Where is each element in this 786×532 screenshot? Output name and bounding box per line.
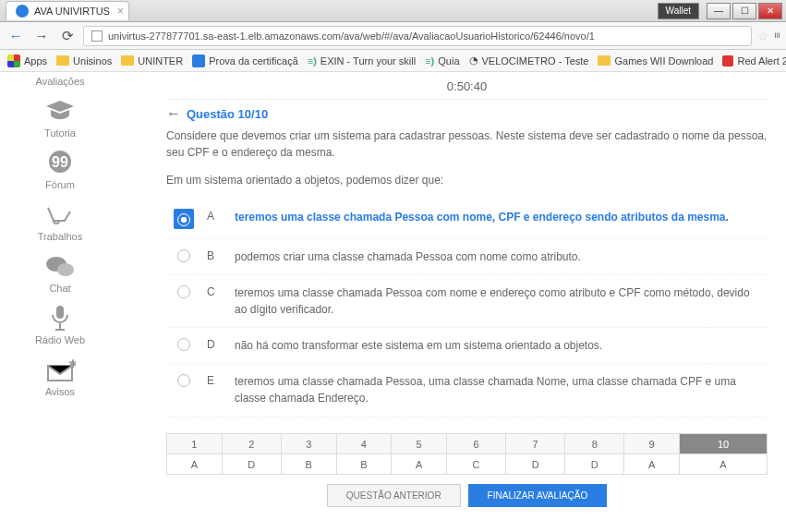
qnav-ans-2: D <box>222 454 281 475</box>
chrome-menu-icon[interactable]: ≡ <box>775 32 780 38</box>
bookmark-unisinos[interactable]: Unisinos <box>56 55 112 66</box>
bookmark-label: Unisinos <box>73 55 112 66</box>
quiz-timer: 0:50:40 <box>166 72 768 99</box>
svg-text:✱: ✱ <box>68 358 76 370</box>
option-letter: C <box>207 284 222 298</box>
question-header: ← Questão 10/10 <box>166 99 768 122</box>
option-e[interactable]: E teremos uma classe chamada Pessoa, uma… <box>166 364 768 417</box>
bookmark-label: VELOCIMETRO - Teste <box>482 55 589 66</box>
main-content: 0:50:40 ← Questão 10/10 Considere que de… <box>120 72 786 526</box>
bookmarks-bar: Apps Unisinos UNINTER Prova da certifica… <box>0 50 786 72</box>
sidebar-item-forum[interactable]: 99 Fórum <box>43 150 77 190</box>
sidebar-label: Rádio Web <box>35 334 85 345</box>
qnav-cell-9[interactable]: 9 <box>624 434 680 454</box>
qnav-cell-5[interactable]: 5 <box>392 434 447 454</box>
question-nav: 1 2 3 4 5 6 7 8 9 10 A D B B A C <box>166 433 768 507</box>
qnav-cell-1[interactable]: 1 <box>167 434 223 454</box>
tab-close-icon[interactable]: × <box>117 5 124 18</box>
bookmark-exin[interactable]: ≡)EXIN - Turn your skill <box>308 55 416 66</box>
wallet-button[interactable]: Wallet <box>658 3 699 19</box>
qnav-cell-10-current[interactable]: 10 <box>680 434 768 454</box>
window-minimize-button[interactable] <box>707 3 731 19</box>
nav-forward-button[interactable]: → <box>31 26 52 46</box>
qnav-numbers-row: 1 2 3 4 5 6 7 8 9 10 <box>167 434 768 454</box>
question-text-2: Em um sistema orientado a objetos, podem… <box>166 172 768 188</box>
qnav-ans-7: D <box>506 454 565 475</box>
qnav-answers-row: A D B B A C D D A A <box>167 454 768 475</box>
sidebar-label: Tutoria <box>44 127 76 139</box>
sidebar-item-trabalhos[interactable]: Trabalhos <box>38 201 83 242</box>
browser-tab[interactable]: AVA UNIVIRTUS × <box>6 1 129 20</box>
qnav-cell-6[interactable]: 6 <box>447 434 506 454</box>
qnav-cell-4[interactable]: 4 <box>336 434 392 454</box>
bookmark-games[interactable]: Games WII Download <box>598 55 713 66</box>
options-list: A teremos uma classe chamada Pessoa com … <box>166 200 768 417</box>
option-letter: A <box>207 209 222 223</box>
left-sidebar: Avaliações Tutoria 99 Fórum Trabalhos Ch… <box>0 72 120 526</box>
previous-question-button[interactable]: QUESTÃO ANTERIOR <box>327 484 461 507</box>
window-maximize-button[interactable] <box>732 3 756 19</box>
qnav-cell-7[interactable]: 7 <box>506 434 565 454</box>
envelope-star-icon: ✱ <box>43 357 77 384</box>
bookmark-star-icon[interactable]: ☆ <box>757 29 769 43</box>
folder-icon <box>121 55 134 66</box>
apps-icon <box>7 54 20 67</box>
qnav-ans-10: A <box>680 454 768 475</box>
tab-favicon <box>16 5 29 18</box>
sidebar-item-avisos[interactable]: ✱ Avisos <box>43 357 77 397</box>
site-icon <box>722 55 733 66</box>
sidebar-label: Trabalhos <box>38 231 83 242</box>
radio-icon <box>174 284 194 298</box>
qnav-cell-2[interactable]: 2 <box>222 434 281 454</box>
option-a[interactable]: A teremos uma classe chamada Pessoa com … <box>166 200 768 239</box>
tab-title: AVA UNIVIRTUS <box>34 6 110 17</box>
sidebar-label: Fórum <box>45 179 75 190</box>
address-bar: ← → ⟳ univirtus-277877701.sa-east-1.elb.… <box>0 22 786 50</box>
qnav-ans-6: C <box>447 454 506 475</box>
qnav-ans-5: A <box>392 454 447 475</box>
question-text-1: Considere que devemos criar um sistema p… <box>166 127 768 161</box>
nav-reload-button[interactable]: ⟳ <box>57 26 78 46</box>
svg-point-3 <box>57 263 74 276</box>
qnav-ans-8: D <box>565 454 624 475</box>
bookmark-quia[interactable]: ≡)Quia <box>425 55 459 66</box>
radio-icon <box>174 373 194 387</box>
window-close-button[interactable] <box>758 3 782 19</box>
site-icon: ◔ <box>469 54 478 66</box>
radio-selected-icon <box>174 209 194 229</box>
option-text: não há como transformar este sistema em … <box>235 337 760 354</box>
qnav-cell-8[interactable]: 8 <box>565 434 624 454</box>
chat-bubbles-icon <box>43 253 77 281</box>
site-icon: ≡) <box>425 55 434 66</box>
sidebar-item-radio[interactable]: Rádio Web <box>35 305 85 345</box>
bookmark-prova[interactable]: Prova da certificaçã <box>192 54 298 67</box>
qnav-ans-3: B <box>281 454 336 475</box>
nav-back-button[interactable]: ← <box>6 26 26 46</box>
option-text: teremos uma classe chamada Pessoa com no… <box>235 284 760 318</box>
option-letter: E <box>207 373 222 387</box>
finish-evaluation-button[interactable]: FINALIZAR AVALIAÇÃO <box>468 484 608 507</box>
bookmark-label: Games WII Download <box>614 55 713 66</box>
option-c[interactable]: C teremos uma classe chamada Pessoa com … <box>166 275 768 328</box>
bookmark-label: UNINTER <box>138 55 183 66</box>
qnav-cell-3[interactable]: 3 <box>281 434 336 454</box>
option-d[interactable]: D não há como transformar este sistema e… <box>166 328 768 364</box>
option-letter: B <box>207 248 222 262</box>
bookmark-redalert[interactable]: Red Alert 2 Online - C <box>722 55 786 66</box>
page-info-icon[interactable] <box>91 30 103 42</box>
sidebar-item-tutoria[interactable]: Tutoria <box>43 98 77 139</box>
sidebar-header-avaliacoes[interactable]: Avaliações <box>36 76 85 87</box>
bookmark-uninter[interactable]: UNINTER <box>121 55 183 66</box>
bookmark-velocimetro[interactable]: ◔VELOCIMETRO - Teste <box>469 54 589 66</box>
site-icon <box>192 54 205 67</box>
url-input[interactable]: univirtus-277877701.sa-east-1.elb.amazon… <box>83 26 752 46</box>
svg-rect-4 <box>56 306 64 319</box>
sidebar-item-chat[interactable]: Chat <box>43 253 77 294</box>
svg-text:99: 99 <box>52 154 68 170</box>
question-back-icon[interactable]: ← <box>166 105 181 122</box>
option-b[interactable]: B podemos criar uma classe chamada Pesso… <box>166 239 768 275</box>
qnav-ans-4: B <box>336 454 392 475</box>
qnav-ans-9: A <box>624 454 680 475</box>
page-body: Avaliações Tutoria 99 Fórum Trabalhos Ch… <box>0 72 786 526</box>
apps-button[interactable]: Apps <box>7 54 47 67</box>
